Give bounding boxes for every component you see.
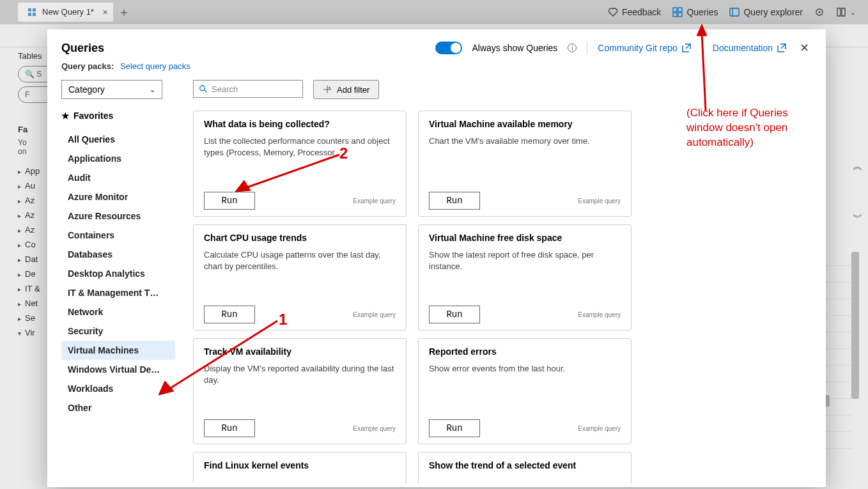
query-card: Track VM availabilityDisplay the VM's re…	[193, 338, 407, 444]
query-card: Reported errorsShow error events from th…	[418, 338, 632, 444]
category-azure-monitor[interactable]: Azure Monitor	[61, 187, 175, 206]
query-card: Virtual Machine free disk spaceShow the …	[418, 224, 632, 330]
run-button[interactable]: Run	[429, 306, 480, 323]
query-card-title: Track VM availability	[204, 346, 396, 357]
external-link-icon	[681, 43, 692, 53]
close-modal-button[interactable]: ✕	[797, 41, 812, 55]
run-button[interactable]: Run	[204, 306, 255, 323]
query-packs-row: Query packs: Select query packs	[47, 58, 826, 80]
query-card: Virtual Machine available memoryChart th…	[418, 111, 632, 217]
query-cards-grid: What data is being collected?List the co…	[193, 111, 812, 483]
query-card-desc: Chart the VM's available memory over tim…	[429, 136, 621, 147]
modal-overlay: Queries Always show Queries i Community …	[0, 0, 868, 489]
category-azure-resources[interactable]: Azure Resources	[61, 206, 175, 226]
run-button[interactable]: Run	[429, 419, 480, 437]
modal-main-pane: Search Add filter What data is being col…	[175, 80, 812, 483]
category-applications[interactable]: Applications	[61, 149, 175, 168]
community-repo-link[interactable]: Community Git repo	[598, 43, 691, 53]
query-card: Show the trend of a selected event	[418, 452, 632, 483]
query-card: What data is being collected?List the co…	[193, 111, 407, 217]
run-button[interactable]: Run	[204, 419, 255, 437]
category-desktop-analytics[interactable]: Desktop Analytics	[61, 264, 175, 283]
star-icon: ★	[61, 111, 70, 121]
run-button[interactable]: Run	[204, 192, 255, 210]
query-card: Chart CPU usage trendsCalculate CPU usag…	[193, 224, 407, 330]
query-card-desc: Display the VM's reported availability d…	[204, 363, 396, 385]
query-card-desc: Show error events from the last hour.	[429, 363, 621, 375]
category-list: All QueriesApplicationsAuditAzure Monito…	[61, 130, 175, 417]
category-audit[interactable]: Audit	[61, 168, 175, 187]
add-filter-button[interactable]: Add filter	[313, 80, 379, 99]
category-network[interactable]: Network	[61, 302, 175, 322]
category-containers[interactable]: Containers	[61, 226, 175, 245]
query-card-title: Virtual Machine available memory	[429, 119, 621, 129]
query-card-title: Reported errors	[429, 346, 621, 357]
query-card-desc: Show the latest report of free disk spac…	[429, 249, 621, 272]
query-search-input[interactable]: Search	[193, 80, 303, 98]
query-card-footer: RunExample query	[204, 306, 396, 323]
category-other[interactable]: Other	[61, 398, 175, 417]
query-card-title: Chart CPU usage trends	[204, 233, 396, 243]
external-link-icon	[777, 43, 787, 53]
query-card-footer: RunExample query	[429, 419, 621, 437]
separator	[587, 42, 587, 54]
select-query-packs-link[interactable]: Select query packs	[120, 61, 190, 71]
search-icon	[199, 84, 208, 93]
always-show-label: Always show Queries	[472, 43, 558, 53]
filter-plus-icon	[323, 85, 332, 94]
category-databases[interactable]: Databases	[61, 245, 175, 264]
modal-left-pane: Category ⌄ ★ Favorites All QueriesApplic…	[61, 80, 175, 483]
query-card-desc: List the collected performance counters …	[204, 136, 396, 158]
example-query-label: Example query	[578, 311, 621, 318]
queries-modal: Queries Always show Queries i Community …	[47, 29, 826, 487]
category-all-queries[interactable]: All Queries	[61, 130, 175, 149]
category-workloads[interactable]: Workloads	[61, 379, 175, 398]
category-virtual-machines[interactable]: Virtual Machines	[61, 341, 175, 360]
query-card-title: Find Linux kernel events	[204, 460, 396, 470]
category-security[interactable]: Security	[61, 322, 175, 341]
query-card: Find Linux kernel events	[193, 452, 407, 483]
example-query-label: Example query	[353, 198, 396, 205]
search-placeholder: Search	[212, 84, 238, 94]
separator	[702, 42, 702, 54]
example-query-label: Example query	[578, 198, 621, 205]
category-it-management-t[interactable]: IT & Management T…	[61, 283, 175, 302]
favorites-heading[interactable]: ★ Favorites	[61, 109, 175, 130]
query-card-title: Virtual Machine free disk space	[429, 233, 621, 243]
query-card-footer: RunExample query	[204, 419, 396, 437]
run-button[interactable]: Run	[429, 192, 480, 210]
example-query-label: Example query	[578, 425, 621, 432]
category-select-label: Category	[68, 84, 105, 95]
query-card-desc: Calculate CPU usage patterns over the la…	[204, 249, 396, 272]
query-card-footer: RunExample query	[204, 192, 396, 210]
info-icon[interactable]: i	[568, 43, 577, 52]
modal-title: Queries	[61, 42, 104, 55]
svg-point-12	[200, 86, 205, 91]
query-card-title: Show the trend of a selected event	[429, 460, 621, 470]
category-windows-virtual-de[interactable]: Windows Virtual De…	[61, 360, 175, 379]
category-select[interactable]: Category ⌄	[61, 80, 162, 99]
documentation-link[interactable]: Documentation	[713, 43, 787, 53]
example-query-label: Example query	[353, 425, 396, 432]
query-packs-label: Query packs:	[61, 61, 114, 71]
query-card-footer: RunExample query	[429, 306, 621, 323]
example-query-label: Example query	[353, 311, 396, 318]
query-card-footer: RunExample query	[429, 192, 621, 210]
always-show-toggle[interactable]	[435, 42, 462, 54]
query-card-title: What data is being collected?	[204, 119, 396, 129]
chevron-down-icon: ⌄	[150, 86, 155, 94]
svg-line-13	[205, 90, 207, 93]
